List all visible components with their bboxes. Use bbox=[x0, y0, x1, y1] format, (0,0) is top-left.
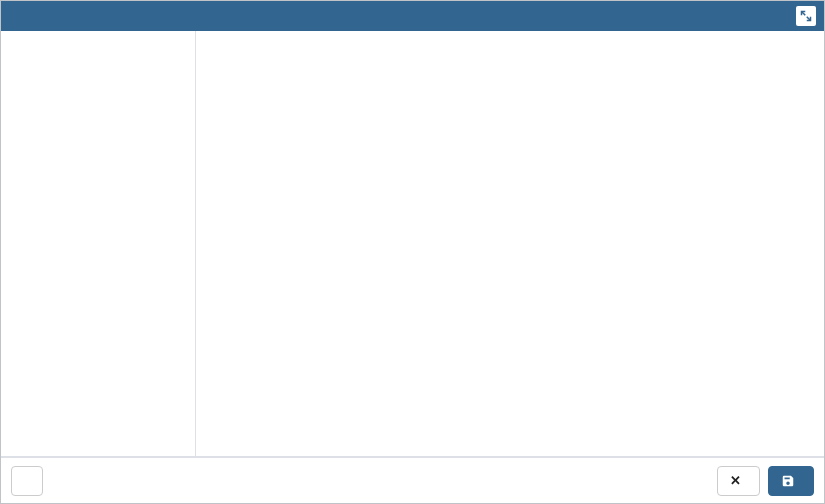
cancel-button[interactable]: ✕ bbox=[717, 466, 760, 496]
expand-button[interactable] bbox=[796, 6, 816, 26]
titlebar bbox=[1, 1, 824, 31]
expand-icon bbox=[800, 10, 812, 22]
save-icon bbox=[781, 474, 795, 488]
sidebar[interactable] bbox=[1, 31, 196, 456]
help-button[interactable] bbox=[11, 466, 43, 496]
dialog-footer: ✕ bbox=[1, 457, 824, 503]
preferences-dialog: ✕ bbox=[0, 0, 825, 504]
preferences-tree bbox=[1, 31, 195, 37]
dialog-body bbox=[1, 31, 824, 457]
save-button[interactable] bbox=[768, 466, 814, 496]
close-icon: ✕ bbox=[730, 473, 741, 488]
settings-panel bbox=[196, 31, 824, 456]
